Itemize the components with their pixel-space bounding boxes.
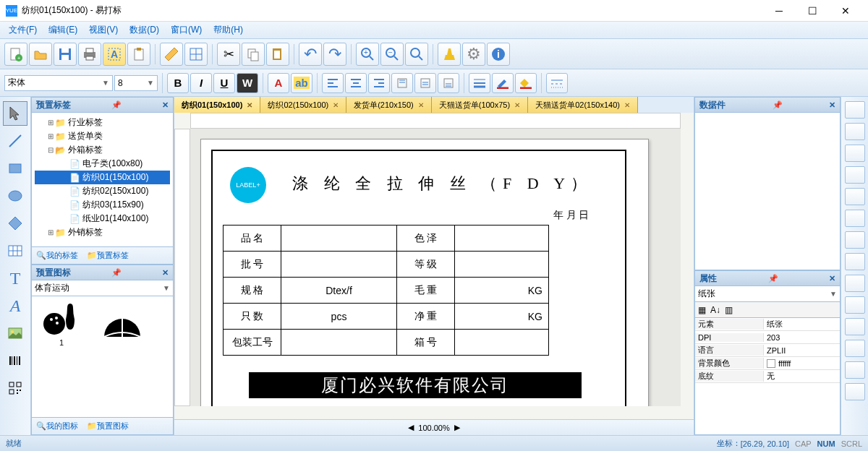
align-left-button[interactable] xyxy=(322,73,344,93)
send-back[interactable] xyxy=(845,340,865,357)
close-tab-icon[interactable]: ✕ xyxy=(418,101,424,109)
select-text-button[interactable]: A xyxy=(103,43,126,66)
close-tab-icon[interactable]: ✕ xyxy=(514,101,520,109)
tree-leaf[interactable]: 📄纸业01(140x100) xyxy=(35,212,170,226)
prop-pages-icon[interactable]: ▥ xyxy=(725,305,733,315)
tree-node[interactable]: ⊞📁送货单类 xyxy=(35,129,170,143)
icon-item-basketball[interactable] xyxy=(95,301,146,347)
print-button[interactable] xyxy=(78,43,101,66)
distribute-h[interactable] xyxy=(845,231,865,249)
tree-leaf[interactable]: 📄纺织02(150x100) xyxy=(35,184,170,198)
undo-button[interactable]: ↶ xyxy=(299,43,322,66)
new-button[interactable]: + xyxy=(4,43,27,66)
underline-button[interactable]: U xyxy=(213,73,235,93)
menu-window[interactable]: 窗口(W) xyxy=(165,22,208,38)
line-weight-button[interactable] xyxy=(469,73,490,93)
zoom-out-button[interactable]: − xyxy=(380,43,404,66)
diamond-tool[interactable] xyxy=(3,211,27,236)
tree-leaf-selected[interactable]: 📄纺织01(150x100) xyxy=(35,171,170,184)
ellipse-tool[interactable] xyxy=(3,184,27,208)
ruler-button[interactable] xyxy=(160,43,183,66)
pin-icon[interactable]: 📌 xyxy=(768,274,778,283)
font-size-combo[interactable]: 8▼ xyxy=(114,75,158,91)
ungroup[interactable] xyxy=(845,383,865,400)
line-color-button[interactable] xyxy=(492,73,514,93)
icon-grid[interactable]: 1 xyxy=(31,296,174,418)
group[interactable] xyxy=(845,361,865,379)
pin-icon[interactable]: 📌 xyxy=(111,100,122,110)
label-tree[interactable]: ⊞📁行业标签 ⊞📁送货单类 ⊟📂外箱标签 📄电子类(100x80) 📄纺织01(… xyxy=(31,113,174,247)
prop-sort-icon[interactable]: A↓ xyxy=(710,305,720,315)
artistic-text-tool[interactable]: A xyxy=(3,293,27,318)
tab[interactable]: 天猫送货单(100x75)✕ xyxy=(432,97,528,113)
menu-view[interactable]: 视图(V) xyxy=(83,22,124,38)
label-date[interactable]: 年 月 日 xyxy=(553,209,589,222)
font-color-button[interactable]: A xyxy=(268,73,289,93)
bring-front[interactable] xyxy=(845,318,865,335)
tab-active[interactable]: 纺织01(150x100)✕ xyxy=(174,97,260,113)
zoom-fit-button[interactable] xyxy=(405,43,428,66)
my-icons-link[interactable]: 🔍我的图标 xyxy=(36,421,78,431)
close-tab-icon[interactable]: ✕ xyxy=(247,101,252,109)
valign-middle-button[interactable] xyxy=(414,73,436,93)
image-tool[interactable] xyxy=(3,321,27,345)
valign-top-button[interactable] xyxy=(391,73,413,93)
align-right-objects[interactable] xyxy=(845,145,865,162)
grid-button[interactable] xyxy=(184,43,208,66)
align-top-objects[interactable] xyxy=(845,166,865,184)
pin-icon[interactable]: 📌 xyxy=(773,100,783,110)
tab[interactable]: 纺织02(150x100)✕ xyxy=(260,97,346,113)
align-middle-objects[interactable] xyxy=(845,188,865,205)
close-tab-icon[interactable]: ✕ xyxy=(333,101,339,109)
line-style-button[interactable] xyxy=(546,73,568,93)
same-height[interactable] xyxy=(845,296,865,314)
open-button[interactable] xyxy=(29,43,52,66)
label-title[interactable]: 涤 纶 全 拉 伸 丝 （F D Y） xyxy=(292,173,592,194)
text-tool[interactable]: T xyxy=(3,266,27,291)
tab[interactable]: 发货单(210x150)✕ xyxy=(346,97,432,113)
align-right-button[interactable] xyxy=(368,73,390,93)
same-width[interactable] xyxy=(845,275,865,292)
copy-button[interactable] xyxy=(242,43,265,66)
rect-tool[interactable] xyxy=(3,156,27,181)
minimize-button[interactable]: ─ xyxy=(762,0,796,22)
close-panel-icon[interactable]: ✕ xyxy=(162,268,169,278)
distribute-v[interactable] xyxy=(845,253,865,270)
preset-labels-link[interactable]: 📁预置标签 xyxy=(87,250,129,261)
qrcode-tool[interactable] xyxy=(3,376,27,400)
close-button[interactable]: ✕ xyxy=(829,0,862,22)
tree-node[interactable]: ⊞📁外销标签 xyxy=(35,226,170,239)
align-bottom-objects[interactable] xyxy=(845,210,865,227)
close-panel-icon[interactable]: ✕ xyxy=(829,274,835,283)
clean-button[interactable] xyxy=(438,43,461,66)
label-footer[interactable]: 厦门必兴软件有限公司 xyxy=(249,372,582,398)
pin-icon[interactable]: 📌 xyxy=(111,268,122,278)
close-panel-icon[interactable]: ✕ xyxy=(829,100,835,110)
align-center-objects[interactable] xyxy=(845,123,865,140)
property-grid[interactable]: 元素纸张 DPI203 语言ZPLII 背景颜色ffffff 底纹无 xyxy=(694,318,841,435)
zoom-in-button[interactable]: + xyxy=(356,43,379,66)
pointer-tool[interactable] xyxy=(3,101,27,126)
menu-edit[interactable]: 编辑(E) xyxy=(43,22,83,38)
canvas-area[interactable]: LABEL+ 涤 纶 全 拉 伸 丝 （F D Y） 年 月 日 品 名色 泽 … xyxy=(190,129,681,406)
settings-button[interactable]: ⚙ xyxy=(462,43,485,66)
menu-help[interactable]: 帮助(H) xyxy=(208,22,249,38)
tree-node[interactable]: ⊟📂外箱标签 xyxy=(35,143,170,157)
font-family-combo[interactable]: 宋体▼ xyxy=(4,75,113,91)
label-table[interactable]: 品 名色 泽 批 号等 级 规 格Dtex/f毛 重KG 只 数pcs净 重KG… xyxy=(223,225,549,356)
info-button[interactable]: i xyxy=(487,43,510,66)
line-tool[interactable] xyxy=(3,129,27,153)
valign-bottom-button[interactable] xyxy=(438,73,459,93)
align-center-button[interactable] xyxy=(345,73,367,93)
barcode-tool[interactable] xyxy=(3,348,27,373)
close-tab-icon[interactable]: ✕ xyxy=(624,101,630,109)
data-pieces-body[interactable] xyxy=(694,113,841,270)
zoom-next-button[interactable]: ▶ xyxy=(454,423,460,432)
maximize-button[interactable]: ☐ xyxy=(796,0,829,22)
tree-leaf[interactable]: 📄电子类(100x80) xyxy=(35,157,170,171)
align-left-objects[interactable] xyxy=(845,101,865,119)
cut-button[interactable]: ✂ xyxy=(217,43,240,66)
property-selector-combo[interactable]: 纸张 ▼ xyxy=(694,286,841,302)
menu-data[interactable]: 数据(D) xyxy=(124,22,165,38)
tree-leaf[interactable]: 📄纺织03(115x90) xyxy=(35,198,170,212)
